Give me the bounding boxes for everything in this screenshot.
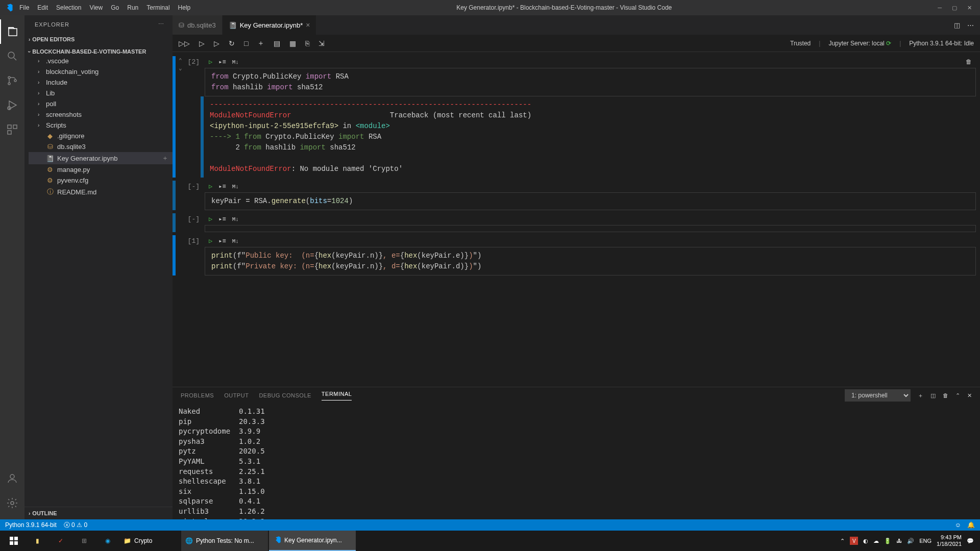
split-terminal-icon[interactable]: ◫ [930,392,936,399]
close-tab-icon[interactable]: × [306,21,310,29]
delete-cell-icon[interactable]: 🗑 [966,58,972,66]
tray-clock[interactable]: 9:43 PM 1/18/2021 [937,534,962,547]
export-icon[interactable]: ⇲ [318,39,325,47]
menu-run[interactable]: Run [127,4,138,11]
notebook-cell[interactable]: ⌃⌄[2]▷▸≡M↓🗑from Crypto.PublicKey import … [173,56,976,178]
file-item[interactable]: ⓘREADME.md [29,186,173,198]
minimize-button[interactable]: ─ [938,5,942,11]
restart-icon[interactable]: ↻ [229,39,235,47]
markdown-icon[interactable]: M↓ [232,216,239,222]
taskbar-edge[interactable]: ◉ [96,531,119,551]
outline-header[interactable]: › OUTLINE [24,509,173,517]
taskbar-explorer[interactable]: ▮ [26,531,49,551]
close-panel-icon[interactable]: ✕ [967,392,972,399]
cell-code[interactable]: from Crypto.PublicKey import RSA from ha… [205,68,976,96]
tray-lang[interactable]: ENG [919,538,932,544]
run-by-line-icon[interactable]: ▸≡ [218,237,226,245]
panel-tab-output[interactable]: OUTPUT [224,392,249,398]
run-above-icon[interactable]: ▷ [199,39,205,47]
notebook[interactable]: ⌃⌄[2]▷▸≡M↓🗑from Crypto.PublicKey import … [173,52,980,387]
interrupt-icon[interactable]: □ [244,39,248,47]
outline-icon[interactable]: ▤ [274,39,280,47]
menu-view[interactable]: View [89,4,103,11]
file-item[interactable]: 📓Key Generator.ipynb＋ [29,152,173,164]
activity-explorer[interactable] [0,19,24,44]
collapse-up-icon[interactable]: ⌃ [179,57,182,64]
run-by-line-icon[interactable]: ▸≡ [218,58,226,66]
activity-settings[interactable] [0,491,24,515]
activity-search[interactable] [0,44,24,68]
tray-icon[interactable]: V [850,537,858,545]
menu-file[interactable]: File [19,4,29,11]
run-cell-icon[interactable]: ▷ [209,58,212,66]
taskbar-vscode[interactable]: Key Generator.ipyn... [269,531,356,551]
file-item[interactable]: ⚙manage.py [29,164,173,175]
cell-code[interactable] [205,225,976,232]
more-icon[interactable]: ⋯ [158,21,164,28]
maximize-button[interactable]: ▢ [952,5,957,11]
split-editor-icon[interactable]: ◫ [954,21,960,29]
folder-item[interactable]: ›poll [29,98,173,109]
run-by-line-icon[interactable]: ▸≡ [218,183,226,190]
notebook-cell[interactable]: [-]▷▸≡M↓keyPair = RSA.generate(bits=1024… [173,181,976,210]
cell-code[interactable]: print(f"Public key: (n={hex(keyPair.n)},… [205,247,976,276]
menu-go[interactable]: Go [111,4,119,11]
tray-wifi-icon[interactable]: 🖧 [896,538,902,544]
tray-volume-icon[interactable]: 🔊 [907,538,914,544]
jupyter-server-label[interactable]: Jupyter Server: local ⟳ [828,40,891,47]
open-editors-header[interactable]: › OPEN EDITORS [24,35,173,43]
folder-item[interactable]: ›blockchain_voting [29,66,173,77]
maximize-panel-icon[interactable]: ⌃ [955,392,960,399]
terminal-select[interactable]: 1: powershell [845,389,911,402]
add-cell-icon[interactable]: ＋ [162,154,168,163]
menu-edit[interactable]: Edit [37,4,48,11]
save-icon[interactable]: ⎘ [305,39,309,47]
close-button[interactable]: ✕ [967,5,972,11]
folder-item[interactable]: ›screenshots [29,109,173,120]
variables-icon[interactable]: ▦ [289,39,296,47]
terminal-output[interactable]: Naked 0.1.31 pip 20.3.3 pycryptodome 3.9… [173,404,980,519]
add-cell-icon[interactable]: ＋ [257,39,264,48]
more-actions-icon[interactable]: ⋯ [967,21,974,29]
editor-tab[interactable]: 📓Key Generator.ipynb*× [223,15,317,35]
folder-item[interactable]: ›Lib [29,88,173,98]
new-terminal-icon[interactable]: ＋ [918,392,923,399]
markdown-icon[interactable]: M↓ [232,184,239,190]
tray-chevron-icon[interactable]: ⌃ [840,538,845,544]
taskbar-folder[interactable]: 📁 Crypto [119,531,181,551]
run-cell-icon[interactable]: ▷ [209,215,212,223]
trusted-label[interactable]: Trusted [790,40,811,47]
taskbar-app1[interactable]: ✓ [49,531,72,551]
panel-tab-debug-console[interactable]: DEBUG CONSOLE [259,392,311,398]
tray-action-center-icon[interactable]: 💬 [967,538,974,544]
project-header[interactable]: › BLOCKCHAIN-BASED-E-VOTING-MASTER [24,47,173,56]
run-cell-icon[interactable]: ▷ [209,237,212,245]
cell-code[interactable]: keyPair = RSA.generate(bits=1024) [205,192,976,210]
file-item[interactable]: ⛁db.sqlite3 [29,141,173,152]
file-item[interactable]: ◆.gitignore [29,131,173,141]
markdown-icon[interactable]: M↓ [232,59,239,65]
activity-source-control[interactable] [0,68,24,93]
run-cell-icon[interactable]: ▷ [209,183,212,190]
status-python[interactable]: Python 3.9.1 64-bit [5,521,57,529]
folder-item[interactable]: ›Include [29,77,173,88]
tray-battery-icon[interactable]: 🔋 [884,538,891,544]
notifications-icon[interactable]: 🔔 [967,521,975,529]
activity-debug[interactable] [0,93,24,117]
menu-selection[interactable]: Selection [56,4,81,11]
run-by-line-icon[interactable]: ▸≡ [218,215,226,223]
run-all-icon[interactable]: ▷▷ [179,39,190,47]
file-item[interactable]: ⚙pyvenv.cfg [29,175,173,186]
activity-extensions[interactable] [0,117,24,142]
panel-tab-problems[interactable]: PROBLEMS [181,392,214,398]
taskbar-app2[interactable]: ⊞ [72,531,96,551]
activity-accounts[interactable] [0,466,24,491]
tray-steam-icon[interactable]: ◐ [863,538,868,544]
menu-terminal[interactable]: Terminal [146,4,169,11]
menu-help[interactable]: Help [178,4,191,11]
tray-cloud-icon[interactable]: ☁ [873,538,879,544]
markdown-icon[interactable]: M↓ [232,238,239,244]
taskbar-chrome[interactable]: 🌐 Python Tests: No m... [181,531,268,551]
start-button[interactable] [2,531,26,551]
run-below-icon[interactable]: ▷ [214,39,219,47]
